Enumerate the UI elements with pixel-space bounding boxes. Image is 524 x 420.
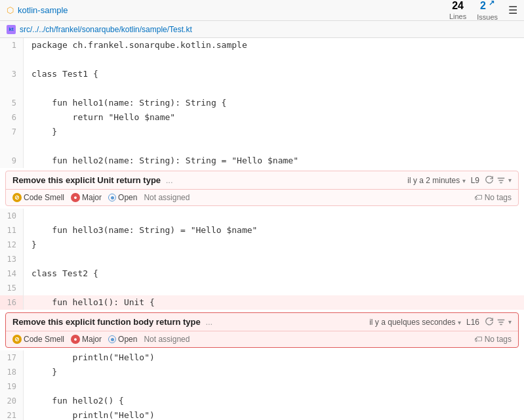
kotlin-icon: ⬡ (7, 5, 14, 15)
line-number: 15 (0, 281, 24, 295)
line-content: fun hello2() { (24, 394, 524, 408)
code-line (0, 52, 524, 67)
issue-1-type-label: Code Smell (24, 193, 64, 202)
code-line: 20 fun hello2() { (0, 394, 524, 408)
issue-1-severity-badge: ● Major (71, 193, 102, 202)
filter-icon-1[interactable] (496, 176, 506, 185)
code-line-highlighted: 16 fun hello1(): Unit { (0, 295, 524, 310)
lines-label: Lines (449, 12, 466, 20)
code-line (0, 81, 524, 96)
issue-1-time-caret[interactable]: ▾ (462, 177, 466, 184)
menu-icon[interactable]: ☰ (508, 4, 517, 16)
header-left: ⬡ kotlin-sample (7, 5, 68, 15)
line-number: 11 (0, 223, 24, 238)
line-content (24, 139, 524, 154)
code-block-3: 17 println("Hello") 18 } 19 20 fun hello… (0, 350, 524, 420)
lines-count: 24 (449, 0, 466, 12)
header: ⬡ kotlin-sample 24 Lines 2 ↗ Issues ☰ (0, 0, 524, 21)
issue-2-tags: 🏷 No tags (474, 335, 512, 344)
issue-card-2: Remove this explicit function body retur… (5, 312, 519, 348)
issue-card-2-header: Remove this explicit function body retur… (6, 313, 518, 331)
line-number: 21 (0, 408, 24, 420)
line-number: 14 (0, 266, 24, 281)
line-number (0, 81, 24, 96)
issues-label: Issues (477, 13, 498, 21)
issues-count: 2 ↗ (477, 0, 498, 12)
line-number: 7 (0, 125, 24, 139)
filter-icon-2[interactable] (496, 318, 506, 327)
line-number: 12 (0, 238, 24, 252)
issue-2-line: L16 (466, 318, 479, 327)
issue-2-time-caret[interactable]: ▾ (458, 319, 461, 326)
external-link-icon: ↗ (489, 0, 494, 7)
project-title[interactable]: kotlin-sample (18, 5, 68, 15)
issue-2-header-right: il y a quelques secondes ▾ L16 (369, 318, 512, 327)
line-content: return "Hello $name" (24, 110, 524, 125)
open-icon-2 (108, 335, 116, 343)
issue-card-1-header: Remove this explicit Unit return type ..… (6, 171, 518, 190)
line-content (24, 379, 524, 394)
filepath-bar: kt src/../../ch/frankel/sonarqube/kotlin… (0, 21, 524, 38)
smell-icon-2: ⊘ (12, 335, 22, 344)
issue-1-time-text: il y a 2 minutes (407, 176, 460, 185)
issue-2-expand-caret[interactable]: ▾ (508, 318, 512, 326)
sync-icon-1[interactable] (485, 176, 494, 185)
issue-1-icons: ▾ (485, 176, 512, 185)
code-line: 5 fun hello1(name: String): String { (0, 96, 524, 110)
code-area: 1 package ch.frankel.sonarqube.kotlin.sa… (0, 38, 524, 420)
line-number: 3 (0, 67, 24, 81)
issue-1-footer: ⊘ Code Smell ● Major Open Not assigned 🏷… (6, 190, 518, 205)
line-content: fun hello1(name: String): String { (24, 96, 524, 110)
line-number: 17 (0, 350, 24, 365)
issue-2-time-text: il y a quelques secondes (369, 318, 455, 327)
issue-1-expand-caret[interactable]: ▾ (508, 177, 512, 184)
issue-1-time: il y a 2 minutes ▾ (407, 176, 465, 185)
code-line (0, 139, 524, 154)
line-content: fun hello3(name: String) = "Hello $name" (24, 223, 524, 238)
sync-icon-2[interactable] (485, 318, 494, 327)
line-number (0, 52, 24, 67)
code-line: 15 (0, 281, 524, 295)
code-line: 1 package ch.frankel.sonarqube.kotlin.sa… (0, 38, 524, 52)
code-line: 12 } (0, 238, 524, 252)
code-block-2: 10 11 fun hello3(name: String) = "Hello … (0, 209, 524, 310)
line-content: fun hello2(name: String): String = "Hell… (24, 154, 524, 168)
issue-2-status-label: Open (118, 335, 137, 344)
line-content: println("Hello") (24, 408, 524, 420)
issue-2-severity-label: Major (82, 335, 102, 344)
line-content (24, 281, 524, 295)
issue-1-header-right: il y a 2 minutes ▾ L9 (407, 176, 512, 185)
issue-1-tags: 🏷 No tags (474, 193, 512, 202)
line-content: } (24, 238, 524, 252)
issue-1-dots: ... (166, 175, 173, 185)
issue-1-status-badge: Open (108, 193, 137, 202)
major-icon-2: ● (71, 335, 80, 344)
issue-2-footer: ⊘ Code Smell ● Major Open Not assigned 🏷… (6, 331, 518, 347)
issue-1-severity-label: Major (82, 193, 102, 202)
line-content (24, 81, 524, 96)
issue-1-status-label: Open (118, 193, 137, 202)
issue-2-type-label: Code Smell (24, 335, 64, 344)
line-number: 1 (0, 38, 24, 52)
issues-link[interactable]: 2 (480, 1, 486, 12)
line-content (24, 52, 524, 67)
line-content: package ch.frankel.sonarqube.kotlin.samp… (24, 38, 524, 52)
line-content: class Test1 { (24, 67, 524, 81)
code-line: 9 fun hello2(name: String): String = "He… (0, 154, 524, 168)
line-content: } (24, 125, 524, 139)
code-line: 3 class Test1 { (0, 67, 524, 81)
issue-2-dots: ... (205, 317, 212, 327)
issue-2-icons: ▾ (485, 318, 512, 327)
line-number: 10 (0, 209, 24, 223)
issue-1-line: L9 (471, 176, 479, 185)
code-line: 17 println("Hello") (0, 350, 524, 365)
code-line: 7 } (0, 125, 524, 139)
filepath-text: src/../../ch/frankel/sonarqube/kotlin/sa… (20, 25, 192, 34)
code-line: 6 return "Hello $name" (0, 110, 524, 125)
issue-2-title: Remove this explicit function body retur… (12, 317, 201, 327)
issue-2-tags-label: No tags (485, 335, 512, 344)
line-number: 18 (0, 365, 24, 379)
line-content: } (24, 365, 524, 379)
issue-1-assignee: Not assigned (144, 193, 190, 202)
open-icon (108, 194, 116, 201)
